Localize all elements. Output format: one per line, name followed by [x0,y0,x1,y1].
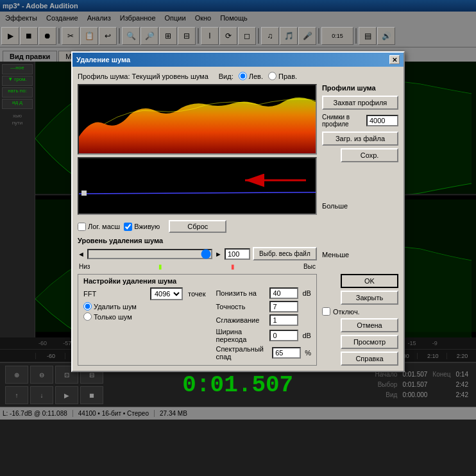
settings-section: Настройки удаления шума FFT 4096 1024 20… [78,274,317,366]
transition-input[interactable] [269,330,298,341]
settings-columns: FFT 4096 1024 2048 8192 точек [83,287,311,362]
spectral-input[interactable] [272,347,301,359]
preview-button[interactable]: Просмотр [341,335,398,349]
remove-noise-radio[interactable] [83,302,92,310]
ok-button[interactable]: OK [341,274,398,288]
left-radio[interactable] [239,72,247,80]
slider-arrow-left: ◄ [78,250,85,258]
svg-rect-7 [81,191,87,196]
transition-row: Ширина перехода dB [216,328,310,343]
label-low: Низ [79,263,90,270]
snapshots-label: Снимки в профиле [322,114,364,128]
disable-row: Отключ. [322,307,398,316]
precision-label: Точность [216,303,267,310]
reduce-input[interactable] [269,287,298,299]
noise-reduction-dialog: Удаление шума ✕ Профиль шума: Текущий ур… [71,51,405,372]
dialog-title: Удаление шума [76,56,130,64]
reduce-unit: dB [302,289,310,297]
more-label: Больше [322,202,398,210]
disable-checkbox[interactable] [322,307,330,316]
smoothing-label: Сглаживание [216,316,267,324]
spectrogram-display [78,84,317,155]
disable-label: Отключ. [333,308,360,316]
log-scale-label[interactable]: Лог. масш [78,223,120,231]
live-checkbox[interactable] [124,223,132,231]
dialog-main-layout: Лог. масш Вживую Сброс Уровень удаления … [78,84,398,366]
close-button[interactable]: Закрыть [341,291,398,305]
help-button[interactable]: Справка [341,352,398,366]
cancel-button[interactable]: Отмена [341,318,398,332]
transition-label: Ширина перехода [216,328,267,343]
slider-arrow-right: ► [215,250,222,258]
reduce-label: Понизить на [216,289,267,297]
noise-level-slider[interactable] [87,249,212,259]
transition-unit: dB [302,332,310,339]
reset-button[interactable]: Сброс [169,220,226,233]
less-label: Меньше [322,251,398,259]
modal-overlay: Удаление шума ✕ Профиль шума: Текущий ур… [0,0,476,476]
left-radio-label[interactable]: Лев. [239,72,263,80]
profile-label: Профиль шума: Текущий уровень шума [78,72,208,80]
remove-noise-row: Удалить шум [83,302,205,310]
smoothing-row: Сглаживание [216,314,310,326]
red-arrow-svg [235,171,312,190]
snapshots-row: Снимки в профиле [322,114,398,128]
capture-profile-button[interactable]: Захват профиля [322,96,398,110]
only-noise-radio[interactable] [83,312,92,321]
only-noise-label[interactable]: Только шум [83,312,132,321]
noise-level-input[interactable] [225,248,250,260]
right-radio-label[interactable]: Прав. [268,72,297,80]
noise-level-label: Уровень удаления шума [78,237,317,244]
live-label[interactable]: Вживую [124,223,160,231]
spectral-label: Спектральный спад [216,345,269,361]
log-scale-checkbox[interactable] [78,223,86,231]
label-high: Выс [303,263,316,270]
only-noise-row: Только шум [83,312,205,321]
reduce-row: Понизить на dB [216,287,310,299]
checkbox-row: Лог. масш Вживую Сброс [78,220,317,233]
precision-input[interactable] [269,301,298,312]
fft-select[interactable]: 4096 1024 2048 8192 [150,287,183,300]
label-yellow-marker: ▮ [158,263,162,270]
precision-row: Точность [216,301,310,312]
fft-unit: точек [188,290,205,298]
profiles-label: Профили шума [322,84,398,92]
settings-title: Настройки удаления шума [83,277,311,285]
noise-level-display [78,157,317,215]
dialog-titlebar: Удаление шума ✕ [72,53,404,67]
profile-line: Профиль шума: Текущий уровень шума Вид: … [78,72,398,80]
settings-right-col: Понизить на dB Точность Сглаживание [216,287,310,362]
fft-label: FFT [83,290,148,298]
arrow-annotation [235,171,312,190]
settings-left-col: FFT 4096 1024 2048 8192 точек [83,287,205,362]
snapshots-input[interactable] [366,115,398,126]
dialog-right-panel: Профили шума Захват профиля Снимки в про… [322,84,398,366]
smoothing-input[interactable] [269,314,298,326]
load-button[interactable]: Загр. из файла [322,132,398,146]
save-button[interactable]: Сохр. [341,148,398,162]
dialog-left-col: Лог. масш Вживую Сброс Уровень удаления … [78,84,317,366]
spectral-row: Спектральный спад % [216,345,310,361]
dialog-body: Профиль шума: Текущий уровень шума Вид: … [72,67,404,371]
select-all-button[interactable]: Выбр. весь файл [253,247,317,260]
right-radio[interactable] [268,72,276,80]
spectral-unit: % [305,349,311,357]
fft-row: FFT 4096 1024 2048 8192 точек [83,287,205,300]
slider-label-row: Низ ▮ ▮ Выс [78,263,317,270]
spacer [322,165,398,200]
remove-noise-label[interactable]: Удалить шум [83,302,137,310]
view-label: Вид: [219,72,234,80]
dialog-close-button[interactable]: ✕ [389,55,400,64]
slider-row: ◄ ► Выбр. весь файл [78,247,317,260]
label-red-marker: ▮ [231,263,235,270]
spectrogram-svg [79,85,316,153]
